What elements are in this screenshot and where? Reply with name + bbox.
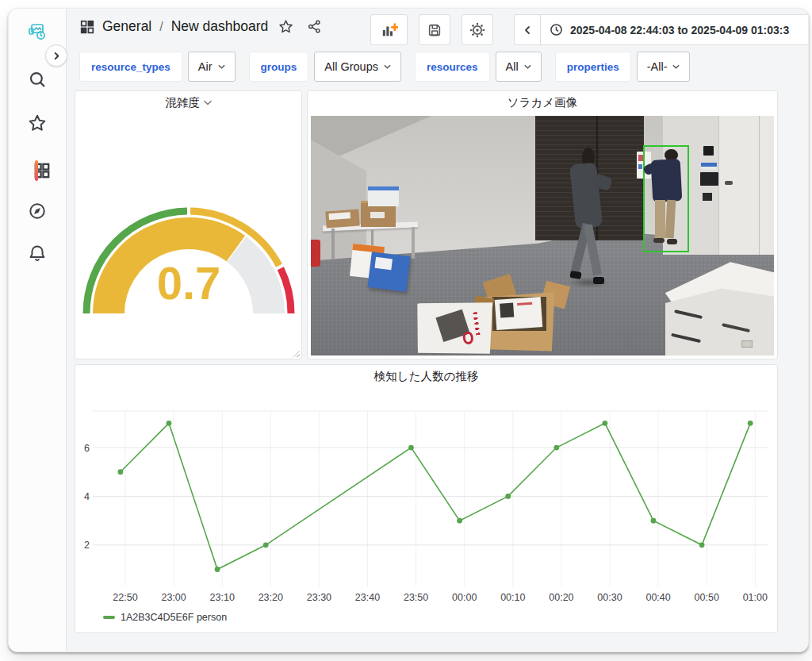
cam-white-door <box>718 116 774 255</box>
add-panel-button[interactable] <box>370 14 408 45</box>
panel-gauge: 混雑度 0.7 <box>75 90 302 359</box>
svg-text:00:20: 00:20 <box>549 592 573 603</box>
filter-value-resources[interactable]: All <box>496 52 542 82</box>
filter-group-groups: groupsAll Groups <box>249 52 401 82</box>
panel-camera: ソラカメ画像 <box>307 90 778 359</box>
sidebar-item-home[interactable] <box>9 20 66 44</box>
cam-person2-leg-right <box>665 199 676 238</box>
gauge-chart: 0.7 <box>75 113 300 354</box>
share-icon <box>307 19 322 34</box>
app-window: General / New dashboard <box>8 8 809 652</box>
cam-paper-photo <box>500 302 514 317</box>
save-icon <box>427 22 442 38</box>
cam-person2-leg-left <box>655 200 665 238</box>
time-shift-back-button[interactable] <box>514 14 541 45</box>
cam-white-door-seam <box>759 116 760 255</box>
cam-openbox-papers <box>495 297 542 330</box>
cam-cabinet-slot1 <box>674 309 703 319</box>
save-dashboard-button[interactable] <box>419 14 450 45</box>
time-range-text: 2025-04-08 22:44:03 to 2025-04-09 01:03:… <box>570 24 789 37</box>
svg-text:23:40: 23:40 <box>355 592 380 603</box>
legend-series-color <box>103 616 115 619</box>
cam-person2-torso <box>651 159 682 202</box>
filter-label-properties: properties <box>555 52 631 82</box>
sidebar-expand-button[interactable] <box>45 44 67 67</box>
cam-openbox <box>480 283 568 355</box>
breadcrumb-separator: / <box>159 20 163 34</box>
panel-timeseries: 検知した人数の推移 24622:5023:0023:1023:2023:3023… <box>75 364 778 633</box>
breadcrumb: General / New dashboard <box>79 18 322 35</box>
cam-person1-shoe-right <box>593 277 604 284</box>
clock-icon <box>549 22 564 37</box>
search-icon <box>28 70 47 89</box>
sidebar-item-search[interactable] <box>9 67 66 91</box>
cam-cabinet-keyhole <box>741 340 753 348</box>
filter-group-resources: resourcesAll <box>415 52 542 82</box>
svg-text:00:00: 00:00 <box>452 592 477 603</box>
time-range-button[interactable]: 2025-04-08 22:44:03 to 2025-04-09 01:03:… <box>541 14 809 45</box>
cam-cabinet-slot2 <box>671 333 701 344</box>
legend-series-label: 1A2B3C4D5E6F person <box>121 612 227 623</box>
cam-person1-leg-front <box>584 225 601 275</box>
panel-gauge-title[interactable]: 混雑度 <box>75 91 301 113</box>
cam-box-blue-label <box>374 257 393 270</box>
compass-icon <box>28 202 47 221</box>
cam-person-walking <box>561 146 616 294</box>
legend-item[interactable]: 1A2B3C4D5E6F person <box>103 612 227 623</box>
cam-box-open-small-inside <box>328 212 350 220</box>
chevron-left-icon <box>523 25 531 35</box>
cam-box-blue-lid <box>368 186 399 206</box>
svg-text:23:10: 23:10 <box>210 592 235 603</box>
chevron-right-icon <box>52 52 61 60</box>
sidebar-item-alerting[interactable] <box>9 241 66 265</box>
share-button[interactable] <box>307 19 322 34</box>
timeseries-chart[interactable]: 24622:5023:0023:1023:2023:3023:4023:5000… <box>75 387 776 606</box>
filter-label-resources: resources <box>415 52 490 82</box>
svg-text:23:50: 23:50 <box>404 592 428 603</box>
cam-box-open-small <box>325 209 359 229</box>
filter-value-properties[interactable]: -All- <box>637 52 691 82</box>
dashboard-settings-button[interactable] <box>462 14 493 45</box>
sidebar-item-dashboards[interactable] <box>9 159 66 183</box>
panel-camera-title[interactable]: ソラカメ画像 <box>308 91 777 113</box>
cam-card-reader <box>703 146 714 156</box>
filter-label-groups: groups <box>249 52 309 82</box>
sidebar-item-explore[interactable] <box>9 199 66 223</box>
cam-shelf-leg3 <box>412 227 415 258</box>
cam-fire-extinguisher <box>311 240 320 267</box>
sidebar-item-starred[interactable] <box>9 111 66 135</box>
cam-wall-switch <box>703 193 712 202</box>
cam-poster-red-text <box>473 312 480 336</box>
svg-text:00:30: 00:30 <box>597 592 622 603</box>
svg-text:23:30: 23:30 <box>307 592 331 603</box>
svg-text:23:00: 23:00 <box>161 592 186 603</box>
filter-value-resource_types[interactable]: Air <box>188 52 236 82</box>
breadcrumb-folder[interactable]: General <box>102 18 151 35</box>
cam-box-brown-label <box>370 212 385 218</box>
panel-timeseries-title[interactable]: 検知した人数の推移 <box>75 365 777 387</box>
cam-person2-shoe2 <box>667 239 677 244</box>
cam-intercom <box>700 172 718 186</box>
panel-gauge-title-text: 混雑度 <box>165 95 200 110</box>
svg-text:00:40: 00:40 <box>645 592 670 603</box>
svg-text:0.7: 0.7 <box>157 257 221 309</box>
cam-white-door-knob <box>725 181 733 184</box>
add-panel-icon <box>381 22 398 38</box>
filter-group-properties: properties-All- <box>555 52 691 82</box>
svg-text:23:20: 23:20 <box>259 592 283 603</box>
cam-wall-label <box>701 163 717 170</box>
cam-person1-torso <box>569 163 603 229</box>
panel-camera-title-text: ソラカメ画像 <box>508 95 577 110</box>
svg-text:00:10: 00:10 <box>500 592 525 603</box>
cam-person2-shoe <box>653 238 665 244</box>
favorite-star-button[interactable] <box>278 19 293 34</box>
svg-text:4: 4 <box>84 491 90 502</box>
star-icon <box>278 19 293 34</box>
toolbar: 2025-04-08 22:44:03 to 2025-04-09 01:03:… <box>370 14 809 45</box>
cam-poster-logo-ring <box>462 330 473 344</box>
filter-bar: resource_typesAirgroupsAll Groupsresourc… <box>79 48 703 85</box>
dashboard-title[interactable]: New dashboard <box>171 18 269 35</box>
cam-shelf-leg1 <box>331 229 335 259</box>
filter-value-groups[interactable]: All Groups <box>314 52 401 82</box>
bell-icon <box>28 244 47 263</box>
